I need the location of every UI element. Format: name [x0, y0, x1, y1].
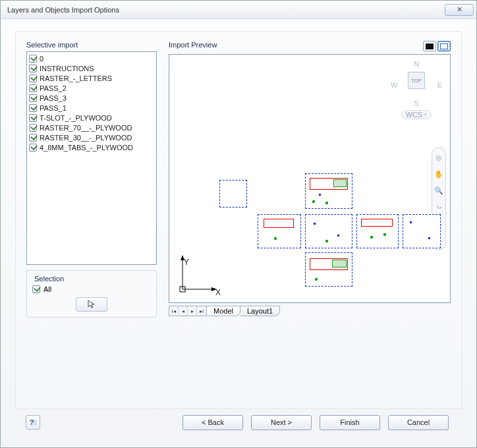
- axis-y-label: Y: [184, 258, 189, 267]
- window-title: Layers and Objects Import Options: [7, 6, 119, 14]
- cursor-icon: [88, 300, 96, 309]
- help-icon: ?⃝: [30, 418, 37, 426]
- layer-checkbox[interactable]: [29, 84, 37, 92]
- close-icon: ✕: [457, 5, 463, 14]
- layer-row[interactable]: 4_8MM_TABS_-_PLYWOOD: [29, 142, 154, 152]
- wcs-label: WCS: [406, 111, 423, 119]
- layer-row[interactable]: INSTRUCTIONS: [29, 63, 154, 73]
- wireframe-mode-button[interactable]: [437, 41, 451, 51]
- layer-name: PASS_2: [40, 84, 67, 92]
- layer-row[interactable]: PASS_2: [29, 83, 154, 93]
- shaded-mode-button[interactable]: [423, 41, 436, 51]
- dialog-body: Selective import 0INSTRUCTIONSRASTER_-_L…: [1, 19, 476, 447]
- wireframe-icon: [440, 43, 448, 49]
- viewcube-w: W: [391, 81, 397, 89]
- selection-group-title: Selection: [32, 275, 66, 283]
- layer-row[interactable]: RASTER_-_LETTERS: [29, 73, 154, 83]
- layer-checkbox[interactable]: [29, 144, 37, 152]
- viewcube-face-top[interactable]: TOP: [408, 72, 425, 89]
- preview-header: Import Preview: [169, 41, 451, 51]
- content-frame: Selective import 0INSTRUCTIONSRASTER_-_L…: [15, 31, 462, 409]
- wizard-footer: ?⃝ < Back Next > Finish Cancel: [15, 409, 462, 441]
- layer-name: 4_8MM_TABS_-_PLYWOOD: [40, 144, 133, 152]
- nav-wheel-icon[interactable]: ◎: [433, 150, 445, 165]
- left-column: Selective import 0INSTRUCTIONSRASTER_-_L…: [26, 41, 157, 318]
- tab-model[interactable]: Model: [207, 306, 240, 316]
- close-button[interactable]: ✕: [445, 4, 474, 16]
- layer-checkbox[interactable]: [29, 134, 37, 142]
- layer-checkbox[interactable]: [29, 55, 37, 63]
- tab-prev-button[interactable]: ◂: [179, 306, 188, 316]
- layer-checkbox[interactable]: [29, 124, 37, 132]
- layer-name: T-SLOT_-_PLYWOOD: [40, 114, 112, 122]
- display-mode-toggle: [423, 41, 451, 51]
- tab-last-button[interactable]: ▸I: [197, 306, 206, 316]
- layer-checkbox[interactable]: [29, 114, 37, 122]
- layer-name: RASTER_30__-_PLYWOOD: [40, 134, 132, 142]
- layer-name: PASS_3: [40, 94, 67, 102]
- layer-name: RASTER_-_LETTERS: [40, 74, 112, 82]
- viewcube-s: S: [392, 99, 441, 107]
- layer-list[interactable]: 0INSTRUCTIONSRASTER_-_LETTERSPASS_2PASS_…: [26, 51, 157, 265]
- sheet-tabs: I◂ ◂ ▸ ▸I Model Layout1: [169, 304, 451, 318]
- layer-checkbox[interactable]: [29, 104, 37, 112]
- selection-all-checkbox[interactable]: [32, 285, 40, 293]
- layer-row[interactable]: 0: [29, 53, 154, 63]
- viewcube-n: N: [392, 60, 441, 68]
- titlebar: Layers and Objects Import Options ✕: [1, 1, 476, 19]
- selection-all-row: All: [32, 285, 151, 293]
- viewcube-e: E: [437, 81, 442, 89]
- help-button[interactable]: ?⃝: [26, 415, 40, 430]
- selection-group: Selection All: [26, 270, 157, 318]
- preview-label: Import Preview: [169, 41, 217, 49]
- layer-row[interactable]: PASS_1: [29, 103, 154, 113]
- next-button[interactable]: Next >: [251, 415, 312, 430]
- view-cube[interactable]: N S W E TOP WCS: [392, 60, 441, 119]
- right-column: Import Preview N S W E TO: [169, 41, 451, 318]
- layer-row[interactable]: RASTER_70__-_PLYWOOD: [29, 123, 154, 132]
- layer-row[interactable]: PASS_3: [29, 93, 154, 103]
- tab-layout1-label: Layout1: [247, 307, 273, 315]
- dialog-window: Layers and Objects Import Options ✕ Sele…: [0, 0, 477, 448]
- tab-next-button[interactable]: ▸: [188, 306, 197, 316]
- shaded-icon: [426, 43, 434, 49]
- preview-viewport[interactable]: N S W E TOP WCS ◎ ✋ 🔍 ⤿: [169, 54, 451, 303]
- finish-button[interactable]: Finish: [320, 415, 380, 430]
- layer-name: 0: [40, 55, 43, 63]
- tab-first-button[interactable]: I◂: [169, 306, 179, 316]
- layer-name: INSTRUCTIONS: [40, 65, 94, 72]
- layer-checkbox[interactable]: [29, 94, 37, 102]
- layer-checkbox[interactable]: [29, 74, 37, 82]
- columns: Selective import 0INSTRUCTIONSRASTER_-_L…: [26, 41, 451, 318]
- cancel-button[interactable]: Cancel: [388, 415, 449, 430]
- tab-model-label: Model: [213, 307, 233, 315]
- layer-name: RASTER_70__-_PLYWOOD: [40, 124, 132, 132]
- layer-name: PASS_1: [40, 104, 67, 112]
- cad-drawing: [219, 173, 443, 303]
- pick-entities-button[interactable]: [76, 297, 107, 312]
- selective-import-label: Selective import: [26, 41, 157, 49]
- tab-layout1[interactable]: Layout1: [240, 306, 280, 316]
- selection-all-label: All: [43, 285, 51, 293]
- layer-checkbox[interactable]: [29, 65, 37, 72]
- layer-row[interactable]: T-SLOT_-_PLYWOOD: [29, 113, 154, 123]
- layer-row[interactable]: RASTER_30__-_PLYWOOD: [29, 132, 154, 142]
- wcs-dropdown[interactable]: WCS: [401, 110, 432, 119]
- back-button[interactable]: < Back: [182, 415, 243, 430]
- tab-nav: I◂ ◂ ▸ ▸I: [169, 306, 207, 316]
